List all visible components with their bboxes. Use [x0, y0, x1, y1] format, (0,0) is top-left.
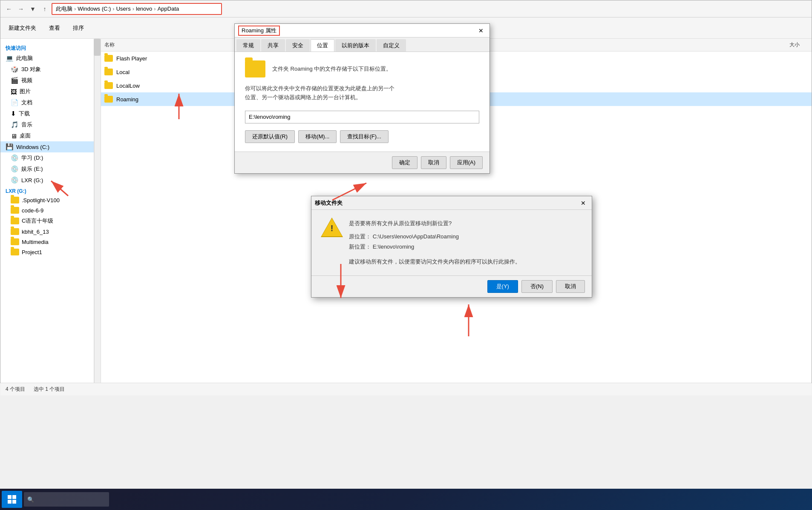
folder-big-icon: [245, 60, 265, 77]
yes-button[interactable]: 是(Y): [487, 280, 518, 293]
video-icon: 🎬: [11, 77, 19, 84]
description2: 你可以将此文件夹中文件存储的位置更改为此硬盘上的另一个位置、另一个驱动器或网络上…: [245, 84, 479, 102]
location-input[interactable]: [245, 111, 479, 123]
sidebar-item-label: code-6-9: [22, 207, 43, 214]
forward-button[interactable]: →: [16, 4, 26, 14]
svg-rect-9: [12, 500, 16, 504]
sidebar-item-video[interactable]: 🎬 视频: [0, 75, 94, 86]
restore-default-button[interactable]: 还原默认值(R): [245, 130, 295, 143]
sidebar: 快速访问 💻 此电脑 🎲 3D 对象 🎬 视频 🖼 图片 📄 文档: [0, 39, 94, 383]
file-name: Flash Player: [116, 55, 147, 62]
sidebar-item-documents[interactable]: 📄 文档: [0, 97, 94, 108]
sidebar-item-3d[interactable]: 🎲 3D 对象: [0, 64, 94, 75]
folder-icon: [11, 218, 19, 224]
downloads-icon: ⬇: [11, 110, 16, 117]
sidebar-item-drive-d[interactable]: 💿 学习 (D:): [0, 152, 94, 163]
ok-button[interactable]: 确定: [392, 156, 418, 169]
address-path[interactable]: 此电脑 › Windows (C:) › Users › lenovo › Ap…: [52, 3, 222, 15]
move-question: 是否要将所有文件从原位置移动到新位置?: [349, 218, 582, 228]
sidebar-item-music[interactable]: 🎵 音乐: [0, 119, 94, 130]
sidebar-item-pictures[interactable]: 🖼 图片: [0, 86, 94, 97]
new-path: E:\lenovo\roming: [373, 244, 415, 250]
taskbar-search[interactable]: 🔍: [24, 492, 109, 507]
sidebar-item-label: Windows (C:): [16, 144, 49, 150]
sidebar-item-label: 文档: [21, 99, 32, 106]
folder-icon: [104, 82, 113, 89]
desktop-icon: 🖥: [11, 132, 17, 140]
sidebar-item-project1[interactable]: Project1: [0, 247, 94, 257]
apply-button[interactable]: 应用(A): [450, 156, 483, 169]
sidebar-item-multimedia[interactable]: Multimedia: [0, 237, 94, 247]
properties-dialog: Roaming 属性 ✕ 常规 共享 安全 位置 以前的版本 自定义 文件夹 R…: [234, 23, 490, 174]
recent-button[interactable]: ▼: [28, 4, 38, 14]
dialog-tabs: 常规 共享 安全 位置 以前的版本 自定义: [235, 37, 490, 52]
folder-icon: [11, 228, 19, 235]
folder-icon: [11, 238, 19, 245]
folder-icon: [11, 249, 19, 255]
start-button[interactable]: [2, 491, 22, 508]
svg-rect-7: [12, 495, 16, 499]
cancel-button[interactable]: 取消: [421, 156, 446, 169]
sidebar-item-desktop[interactable]: 🖥 桌面: [0, 130, 94, 141]
tab-general[interactable]: 常规: [236, 39, 260, 52]
properties-close-button[interactable]: ✕: [476, 26, 486, 36]
sidebar-item-kbhit[interactable]: kbhit_6_13: [0, 226, 94, 237]
documents-icon: 📄: [11, 99, 19, 106]
tab-security[interactable]: 安全: [286, 39, 310, 52]
back-button[interactable]: ←: [4, 4, 14, 14]
file-name: Local: [116, 69, 130, 75]
sidebar-item-label: .Spotlight-V100: [22, 197, 60, 203]
move-cancel-button[interactable]: 取消: [556, 280, 585, 293]
sidebar-item-downloads[interactable]: ⬇ 下载: [0, 108, 94, 119]
new-folder-button[interactable]: 新建文件夹: [4, 22, 41, 34]
move-advice: 建议移动所有文件，以便需要访问文件夹内容的程序可以执行此操作。: [349, 257, 582, 266]
warning-icon: !: [322, 218, 342, 239]
sidebar-item-label: 学习 (D:): [21, 154, 43, 162]
up-button[interactable]: ↑: [40, 4, 50, 14]
sidebar-item-drive-e[interactable]: 💿 娱乐 (E:): [0, 163, 94, 175]
path-part-computer: 此电脑: [56, 5, 72, 13]
sidebar-item-spotlight[interactable]: .Spotlight-V100: [0, 195, 94, 205]
tab-share[interactable]: 共享: [261, 39, 285, 52]
tab-location[interactable]: 位置: [311, 39, 334, 52]
tab-previous[interactable]: 以前的版本: [335, 39, 376, 52]
sidebar-item-drive-g[interactable]: 💿 LXR (G:): [0, 175, 94, 186]
folder-icon: [11, 197, 19, 203]
move-folder-dialog: 移动文件夹 ✕ ! 是否要将所有文件从原位置移动到新位置? 原位置： C:\Us…: [311, 196, 592, 298]
find-target-button[interactable]: 查找目标(F)...: [340, 130, 388, 143]
pictures-icon: 🖼: [11, 88, 17, 95]
folder-icon: [11, 207, 19, 214]
3d-icon: 🎲: [11, 66, 19, 73]
sidebar-item-label: 娱乐 (E:): [21, 165, 43, 173]
no-button[interactable]: 否(N): [521, 280, 553, 293]
path-part-users: Users: [116, 6, 131, 12]
sidebar-item-clang[interactable]: C语言十年级: [0, 215, 94, 226]
sidebar-item-label: Multimedia: [22, 239, 49, 245]
properties-footer: 确定 取消 应用(A): [235, 152, 490, 173]
original-label: 原位置：: [349, 233, 371, 240]
path-part-appdata: AppData: [158, 6, 179, 12]
sidebar-item-label: kbhit_6_13: [22, 229, 49, 235]
sidebar-item-label: C语言十年级: [22, 217, 53, 225]
move-button[interactable]: 移动(M)...: [298, 130, 337, 143]
folder-icon: [104, 69, 113, 75]
properties-content: 文件夹 Roaming 中的文件存储于以下目标位置。 你可以将此文件夹中文件存储…: [235, 52, 490, 152]
lxr-section-label: LXR (G:): [0, 186, 94, 195]
selected-count: 选中 1 个项目: [34, 386, 65, 393]
sidebar-item-computer[interactable]: 💻 此电脑: [0, 53, 94, 64]
sidebar-item-windows-c[interactable]: 💾 Windows (C:): [0, 141, 94, 152]
drive-e-icon: 💿: [11, 165, 19, 173]
sidebar-item-code[interactable]: code-6-9: [0, 205, 94, 215]
col-size[interactable]: 大小: [757, 41, 808, 49]
sidebar-item-label: 此电脑: [16, 54, 33, 62]
drive-c-icon: 💾: [6, 143, 14, 151]
new-label: 新位置：: [349, 244, 371, 250]
quick-access-label: 快速访问: [0, 42, 94, 53]
path-part-lenovo: lenovo: [136, 6, 152, 12]
sidebar-item-label: 桌面: [20, 132, 31, 140]
tab-custom[interactable]: 自定义: [377, 39, 406, 52]
sort-button[interactable]: 排序: [68, 22, 89, 34]
view-button[interactable]: 查看: [44, 22, 65, 34]
scrollbar[interactable]: [94, 39, 101, 383]
move-dialog-close-button[interactable]: ✕: [578, 198, 588, 208]
